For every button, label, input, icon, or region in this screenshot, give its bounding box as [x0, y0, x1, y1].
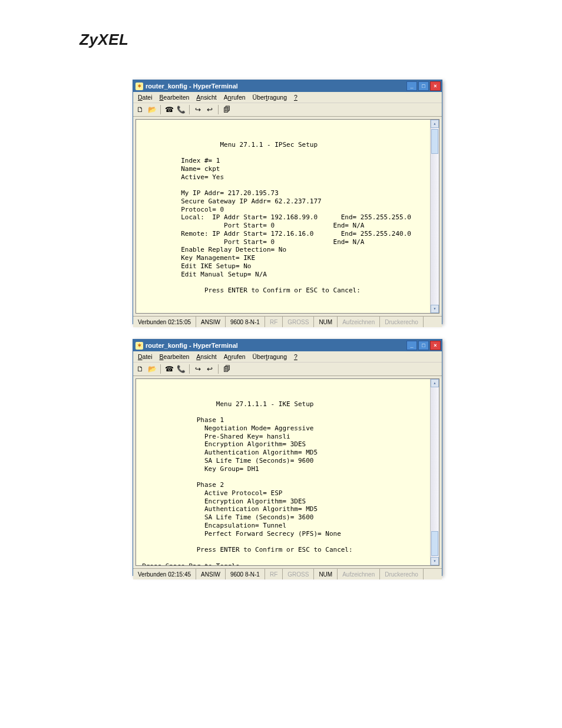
- close-button[interactable]: ×: [430, 341, 441, 350]
- scroll-up-icon[interactable]: ▴: [431, 120, 439, 128]
- statusbar: Verbunden 02:15:05 ANSIW 9600 8-N-1 RF G…: [133, 316, 442, 327]
- status-capture: Aufzeichnen: [338, 569, 380, 579]
- menu-datei[interactable]: DDateiatei: [134, 94, 156, 101]
- hangup-icon[interactable]: 📞: [176, 364, 186, 374]
- scroll-thumb[interactable]: [431, 129, 438, 154]
- terminal-output[interactable]: Menu 27.1.1.1 - IKE Setup Phase 1 Negoti…: [135, 378, 439, 566]
- vertical-scrollbar[interactable]: ▴ ▾: [430, 120, 439, 313]
- separator: [218, 364, 219, 374]
- scroll-up-icon[interactable]: ▴: [431, 379, 439, 387]
- properties-icon[interactable]: 🗐: [222, 105, 232, 114]
- maximize-button[interactable]: □: [418, 341, 429, 350]
- toolbar: 🗋 📂 ☎ 📞 ↪ ↩ 🗐: [133, 103, 442, 117]
- status-rf: RF: [265, 317, 283, 327]
- menu-ansicht[interactable]: Ansicht: [193, 353, 220, 360]
- status-params: 9600 8-N-1: [226, 569, 265, 579]
- status-num: NUM: [314, 569, 338, 579]
- menu-uebertragung[interactable]: Übertragung: [249, 353, 290, 360]
- send-icon[interactable]: ↪: [193, 105, 203, 114]
- separator: [189, 105, 190, 114]
- minimize-button[interactable]: _: [406, 81, 417, 91]
- menu-anrufen[interactable]: Anrufen: [220, 94, 249, 101]
- status-params: 9600 8-N-1: [226, 317, 265, 327]
- brand-logo: ZyXEL: [80, 31, 128, 49]
- terminal-text: Menu 27.1.1.1 - IKE Setup Phase 1 Negoti…: [136, 396, 439, 566]
- new-icon[interactable]: 🗋: [135, 105, 145, 114]
- status-caps: GROSS: [283, 569, 314, 579]
- menu-ansicht[interactable]: Ansicht: [193, 94, 220, 101]
- menu-anrufen[interactable]: Anrufen: [220, 353, 249, 360]
- vertical-scrollbar[interactable]: ▴ ▾: [430, 379, 439, 565]
- app-icon: ✶: [135, 83, 143, 90]
- scroll-down-icon[interactable]: ▾: [431, 305, 439, 313]
- menubar: Datei Bearbeiten Ansicht Anrufen Übertra…: [133, 351, 442, 363]
- status-caps: GROSS: [283, 317, 314, 327]
- maximize-button[interactable]: □: [418, 81, 429, 91]
- status-emulation: ANSIW: [196, 569, 226, 579]
- scroll-thumb[interactable]: [431, 531, 438, 556]
- minimize-button[interactable]: _: [406, 341, 417, 350]
- terminal-output[interactable]: Menu 27.1.1 - IPSec Setup Index #= 1 Nam…: [135, 119, 439, 314]
- menubar: DDateiatei Bearbeiten Ansicht Anrufen Üb…: [133, 92, 442, 103]
- menu-help[interactable]: ?: [290, 94, 301, 101]
- menu-uebertragung[interactable]: Übertragung: [249, 94, 290, 101]
- status-num: NUM: [314, 317, 338, 327]
- hyperterminal-window-2: ✶ router_konfig - HyperTerminal _ □ × Da…: [133, 339, 442, 576]
- status-printecho: Druckerecho: [380, 569, 424, 579]
- terminal-text: Menu 27.1.1 - IPSec Setup Index #= 1 Nam…: [136, 136, 439, 299]
- close-button[interactable]: ×: [430, 81, 441, 91]
- receive-icon[interactable]: ↩: [205, 364, 214, 374]
- scroll-down-icon[interactable]: ▾: [431, 557, 439, 565]
- menu-bearbeiten[interactable]: Bearbeiten: [156, 94, 193, 101]
- hangup-icon[interactable]: 📞: [176, 105, 186, 114]
- menu-bearbeiten[interactable]: Bearbeiten: [156, 353, 193, 360]
- send-icon[interactable]: ↪: [193, 364, 203, 374]
- status-emulation: ANSIW: [196, 317, 226, 327]
- new-icon[interactable]: 🗋: [135, 364, 145, 374]
- separator: [218, 105, 219, 114]
- open-icon[interactable]: 📂: [147, 105, 157, 114]
- separator: [189, 364, 190, 374]
- app-icon: ✶: [135, 342, 143, 350]
- menu-help[interactable]: ?: [290, 353, 301, 360]
- toolbar: 🗋 📂 ☎ 📞 ↪ ↩ 🗐: [133, 363, 442, 376]
- status-connection: Verbunden 02:15:05: [133, 317, 196, 327]
- hyperterminal-window-1: ✶ router_konfig - HyperTerminal _ □ × DD…: [133, 80, 442, 324]
- menu-datei[interactable]: Datei: [134, 353, 156, 360]
- call-icon[interactable]: ☎: [164, 105, 174, 114]
- window-title: router_konfig - HyperTerminal: [146, 342, 238, 349]
- separator: [160, 105, 161, 114]
- separator: [160, 364, 161, 374]
- open-icon[interactable]: 📂: [147, 364, 157, 374]
- titlebar[interactable]: ✶ router_konfig - HyperTerminal _ □ ×: [133, 340, 442, 351]
- statusbar: Verbunden 02:15:45 ANSIW 9600 8-N-1 RF G…: [133, 568, 442, 579]
- properties-icon[interactable]: 🗐: [222, 364, 232, 374]
- status-rf: RF: [265, 569, 283, 579]
- status-capture: Aufzeichnen: [338, 317, 380, 327]
- window-title: router_konfig - HyperTerminal: [146, 83, 238, 90]
- receive-icon[interactable]: ↩: [205, 105, 214, 114]
- status-connection: Verbunden 02:15:45: [133, 569, 196, 579]
- status-printecho: Druckerecho: [380, 317, 424, 327]
- titlebar[interactable]: ✶ router_konfig - HyperTerminal _ □ ×: [133, 80, 442, 92]
- call-icon[interactable]: ☎: [164, 364, 174, 374]
